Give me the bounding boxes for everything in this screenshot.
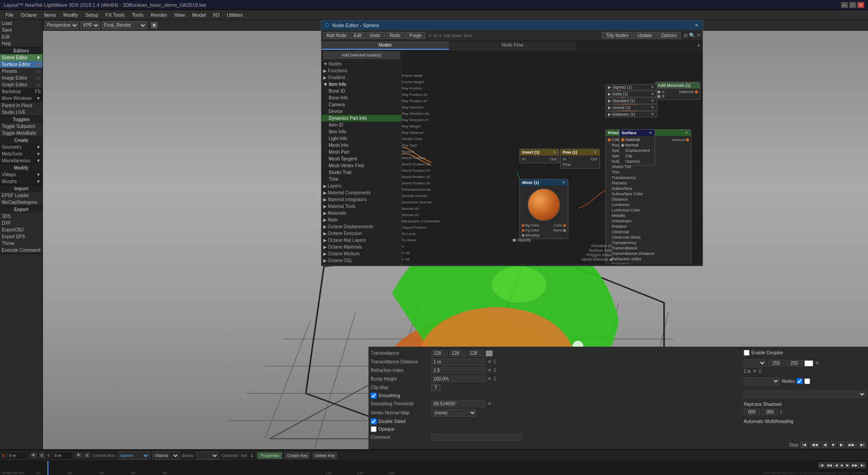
- sidebar-load[interactable]: Load: [0, 20, 42, 27]
- bump-height-input[interactable]: [431, 376, 486, 382]
- playhead[interactable]: [47, 461, 48, 475]
- update-btn[interactable]: Update: [633, 32, 656, 39]
- sidebar-help[interactable]: Help: [0, 40, 42, 47]
- step-next2-btn[interactable]: ▶▶: [847, 442, 857, 448]
- menu-io[interactable]: I/O: [209, 11, 223, 19]
- transmittance-g[interactable]: [449, 350, 466, 357]
- tidy-nodes-btn[interactable]: Tidy Nodes: [602, 32, 632, 39]
- category-nodes[interactable]: ▼ Nodes: [321, 61, 401, 67]
- redo-btn[interactable]: Redo: [386, 32, 405, 39]
- category-material-integrators[interactable]: ▶ Material Integrators: [321, 196, 401, 203]
- transmittance-dist-eye[interactable]: 👁: [487, 359, 492, 364]
- node-standard[interactable]: ▶ Standard (1) ▼: [605, 98, 657, 104]
- sub-studio-trait[interactable]: Studio Trait: [321, 169, 401, 176]
- sidebar-graph-editor[interactable]: Graph EditorF2: [0, 81, 42, 88]
- sub-bone-info[interactable]: Bone Info: [321, 94, 401, 101]
- render-mode-select[interactable]: Final_Render: [102, 21, 147, 29]
- sidebar-mocap[interactable]: MoCapSkelegons: [0, 199, 42, 206]
- color-eye[interactable]: 👁: [815, 361, 820, 366]
- timeline-ruler[interactable]: 0 10 20 30 40 50 110 120 120 VPR render …: [0, 461, 868, 475]
- sidebar-toggle-metaballs[interactable]: Toggle MetaBalls: [0, 130, 42, 136]
- pb-prev-frame[interactable]: ◀◀: [825, 462, 833, 468]
- sidebar-presets[interactable]: PresetsF8: [0, 68, 42, 75]
- node-surface[interactable]: Surface▼ Material Normal Displacement Cl…: [619, 129, 655, 165]
- transmittance-r[interactable]: [431, 350, 448, 357]
- category-octane-mat-layers[interactable]: ▶ Octane Mat Layers: [321, 237, 401, 244]
- vpr-select[interactable]: VPR: [80, 21, 100, 29]
- sub-mesh-vertex-find[interactable]: Mesh Vertex Find: [321, 162, 401, 169]
- sidebar-image-editor[interactable]: Image EditorF6: [0, 75, 42, 81]
- minimize-btn[interactable]: —: [841, 2, 848, 8]
- undo-btn[interactable]: Undo: [366, 32, 385, 39]
- category-functions[interactable]: ▶ Functions: [321, 67, 401, 74]
- maximize-btn[interactable]: □: [849, 2, 856, 8]
- edit-btn[interactable]: Edit: [350, 32, 364, 39]
- filter-select[interactable]: [744, 390, 866, 398]
- category-gradient[interactable]: ▶ Gradient: [321, 74, 401, 81]
- node-delta[interactable]: ▶ Delta (1) ▼: [605, 91, 657, 97]
- smoothing-threshold-input[interactable]: [431, 400, 486, 407]
- refraction-eye[interactable]: 👁: [487, 368, 492, 373]
- objects-select[interactable]: Objects: [152, 451, 179, 460]
- sub-bone-id[interactable]: Bone ID: [321, 88, 401, 94]
- lx-eye[interactable]: 👁: [753, 369, 757, 374]
- transmittance-dist-e[interactable]: E: [494, 359, 497, 364]
- pb-play-rev[interactable]: ◀: [834, 462, 839, 468]
- category-octane-displacements[interactable]: ▶ Octane Displacements: [321, 223, 401, 230]
- x-eye-btn[interactable]: 👁: [30, 453, 37, 458]
- item-select[interactable]: Sphere: [118, 451, 150, 460]
- category-math[interactable]: ▶ Math: [321, 216, 401, 223]
- sidebar-scene-editor[interactable]: Scene Editor▼: [0, 54, 42, 61]
- step-prev-btn[interactable]: |◀: [800, 442, 808, 448]
- opaque-checkbox[interactable]: [371, 426, 377, 432]
- raytrace-val2[interactable]: [762, 409, 778, 415]
- category-octane-emission[interactable]: ▶ Octane Emission: [321, 230, 401, 237]
- smoothing-checkbox[interactable]: [371, 393, 377, 399]
- y-eye-btn[interactable]: 👁: [75, 453, 82, 458]
- node-canvas[interactable]: Frame Width Frame Height Ray Position Ra…: [402, 50, 703, 264]
- nodes-checkbox[interactable]: [797, 378, 802, 384]
- tab-nodes[interactable]: Nodes: [321, 41, 449, 50]
- sidebar-morphs[interactable]: Morphs▼: [0, 178, 42, 185]
- node-dielectric[interactable]: ▶ Dielectric (1) ▼: [605, 111, 657, 118]
- pb-to-start[interactable]: |◀: [818, 462, 825, 468]
- purge-btn[interactable]: Purge: [406, 32, 426, 39]
- sidebar-backdrop[interactable]: BackdropFS: [0, 88, 42, 95]
- sidebar-execute-cmd[interactable]: Execute Command: [0, 247, 42, 254]
- smoothing-threshold-eye[interactable]: 👁: [487, 401, 492, 406]
- sidebar-save[interactable]: Save: [0, 27, 42, 33]
- pb-next-frame[interactable]: ▶▶: [851, 462, 859, 468]
- sub-light-info[interactable]: Light Info: [321, 135, 401, 142]
- delete-key-btn[interactable]: Delete Key: [312, 452, 337, 459]
- category-item-info[interactable]: ▼ Item Info: [321, 81, 401, 88]
- step-play-btn[interactable]: ▶: [838, 442, 845, 448]
- node-mixer[interactable]: Mixer (1)▼ Bg Color Color Fg Color Alpha…: [519, 179, 568, 239]
- clip-map-btn[interactable]: T: [431, 384, 440, 391]
- category-materials[interactable]: ▶ Materials: [321, 210, 401, 216]
- sidebar-surface-editor[interactable]: Surface EditorFS: [0, 61, 42, 68]
- category-octane-medium[interactable]: ▶ Octane Medium: [321, 250, 401, 257]
- menu-tools[interactable]: Tools: [128, 11, 147, 19]
- comment-input[interactable]: [431, 434, 522, 441]
- enable-despike-checkbox[interactable]: [744, 350, 750, 356]
- menu-items[interactable]: Items: [40, 11, 60, 19]
- color-r[interactable]: [768, 360, 784, 367]
- menu-setup[interactable]: Setup: [82, 11, 102, 19]
- pb-play[interactable]: ▶: [845, 462, 850, 468]
- pb-to-end[interactable]: ▶|: [859, 462, 866, 468]
- sidebar-throw[interactable]: Throw: [0, 240, 42, 247]
- menu-file[interactable]: File: [2, 11, 17, 19]
- sidebar-toggle-subpatch[interactable]: Toggle Subpatch: [0, 123, 42, 130]
- sub-dynamics-part-info[interactable]: Dynamics Part Info: [321, 115, 401, 122]
- menu-fxtools[interactable]: FX Tools: [102, 11, 128, 19]
- sub-camera[interactable]: Camera: [321, 101, 401, 108]
- bump-height-eye[interactable]: 👁: [487, 376, 492, 381]
- sidebar-edit[interactable]: Edit: [0, 33, 42, 40]
- add-selected-nodes-btn[interactable]: Add Selected Node(s): [323, 52, 400, 59]
- menu-modify[interactable]: Modify: [60, 11, 81, 19]
- category-layers[interactable]: ▶ Layers: [321, 183, 401, 189]
- options-btn[interactable]: Options: [657, 32, 680, 39]
- node-sigma2[interactable]: ▶ Sigma2 (1) ▼: [605, 84, 657, 90]
- category-material-tools[interactable]: ▶ Material Tools: [321, 203, 401, 210]
- sub-item-info[interactable]: Item Info: [321, 128, 401, 135]
